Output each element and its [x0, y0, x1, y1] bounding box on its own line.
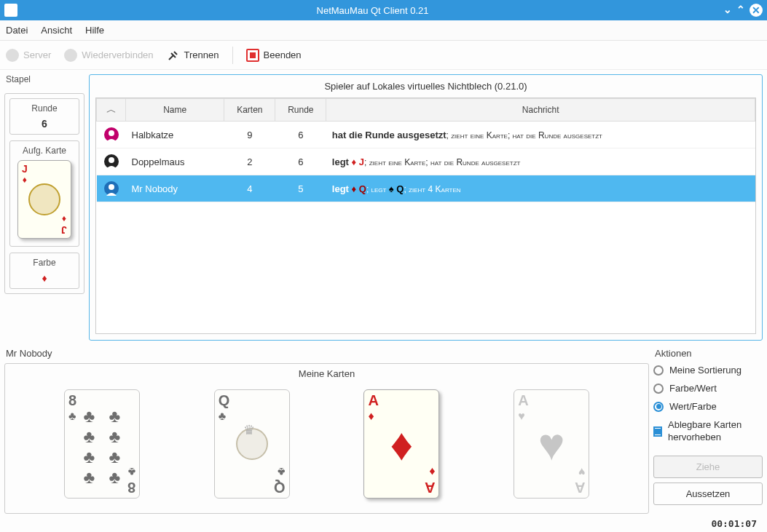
hand-card[interactable]: 8♣ ♣♣♣♣♣♣♣♣ 8♣ — [64, 389, 140, 499]
minimize-icon[interactable]: ⌄ — [723, 4, 732, 17]
reconnect-icon — [64, 49, 77, 62]
player-name-cell: Halbkatze — [126, 122, 224, 148]
menu-view[interactable]: Ansicht — [41, 25, 72, 36]
player-cards-cell: 4 — [224, 175, 275, 202]
menu-file[interactable]: Datei — [6, 25, 28, 36]
avatar-icon — [103, 153, 120, 170]
menubar: Datei Ansicht Hilfe — [0, 20, 767, 41]
maximize-icon[interactable]: ⌃ — [736, 4, 745, 17]
svg-point-3 — [109, 157, 114, 163]
svg-point-1 — [109, 130, 114, 136]
col-cards[interactable]: Karten — [224, 99, 275, 122]
sort-suit-rank-radio[interactable]: Farbe/Wert — [653, 383, 763, 394]
col-name[interactable]: Name — [126, 99, 224, 122]
table-row[interactable]: Doppelmaus 2 6 legt ♦ J; zieht eine Kart… — [97, 148, 755, 175]
table-row[interactable]: Mr Nobody 4 5 legt ♦ Q; legt ♠ Q; zieht … — [97, 175, 755, 202]
skip-button[interactable]: Aussetzen — [653, 483, 763, 505]
window-title: NetMauMau Qt Client 0.21 — [22, 5, 723, 16]
player-round-cell: 5 — [275, 175, 326, 202]
jack-face-icon — [28, 183, 60, 215]
stapel-panel: Runde 6 Aufg. Karte J♦ J♦ Farbe ♦ — [4, 93, 84, 294]
svg-point-5 — [109, 184, 114, 190]
server-button: Server — [6, 49, 51, 62]
draw-button: Ziehe — [653, 456, 763, 478]
server-panel: Spieler auf Lokales virtuelles Nichtblec… — [89, 74, 763, 341]
player-round-cell: 6 — [275, 148, 326, 175]
player-cards-cell: 2 — [224, 148, 275, 175]
toolbar: Server Wiederverbinden Trennen Beenden — [0, 41, 767, 70]
highlight-checkbox[interactable]: Ablegbare Karten hervorheben — [653, 419, 763, 444]
players-table: ︿ Name Karten Runde Nachricht Halbkatze … — [96, 98, 755, 202]
player-name-cell: Mr Nobody — [126, 175, 224, 202]
hand-card[interactable]: Q♣ ♛ Q♣ — [214, 389, 290, 499]
player-message-cell: legt ♦ J; zieht eine Karte; hat die Rund… — [326, 148, 755, 175]
player-message-cell: hat die Runde ausgesetzt; zieht eine Kar… — [326, 122, 755, 148]
sort-mine-radio[interactable]: Meine Sortierung — [653, 365, 763, 376]
sort-indicator[interactable]: ︿ — [97, 99, 126, 122]
status-timer: 00:01:07 — [0, 517, 767, 532]
actions-title: Aktionen — [653, 345, 763, 365]
reconnect-button: Wiederverbinden — [64, 49, 153, 62]
col-round[interactable]: Runde — [275, 99, 326, 122]
separator — [232, 47, 233, 64]
stop-icon — [246, 49, 259, 62]
quit-button[interactable]: Beenden — [246, 49, 302, 62]
titlebar: 🂡 NetMauMau Qt Client 0.21 ⌄ ⌃ ✕ — [0, 0, 767, 20]
my-cards-panel: Meine Karten 8♣ ♣♣♣♣♣♣♣♣ 8♣ Q♣ ♛ Q♣ A♦ ♦… — [4, 363, 649, 514]
round-box: Runde 6 — [9, 98, 79, 135]
player-name-cell: Doppelmaus — [126, 148, 224, 175]
player-round-cell: 6 — [275, 122, 326, 148]
app-icon: 🂡 — [4, 4, 17, 17]
menu-help[interactable]: Hilfe — [85, 25, 104, 36]
col-message[interactable]: Nachricht — [326, 99, 755, 122]
color-box: Farbe ♦ — [9, 253, 79, 289]
player-name: Mr Nobody — [4, 345, 649, 363]
avatar-icon — [103, 180, 120, 197]
hand-card[interactable]: A♦ ♦ A♦ — [363, 389, 439, 499]
player-message-cell: legt ♦ Q; legt ♠ Q; zieht 4 Karten — [326, 175, 755, 202]
server-title: Spieler auf Lokales virtuelles Nichtblec… — [90, 75, 762, 98]
my-cards-title: Meine Karten — [12, 368, 641, 379]
disconnect-icon — [167, 49, 180, 62]
avatar-icon — [103, 126, 120, 143]
hand-card[interactable]: A♥ ♥ A♥ — [514, 389, 589, 499]
stapel-title: Stapel — [4, 74, 84, 84]
close-icon[interactable]: ✕ — [750, 4, 763, 17]
sort-rank-suit-radio[interactable]: Wert/Farbe — [653, 401, 763, 412]
top-card: J♦ J♦ — [17, 160, 71, 239]
player-cards-cell: 9 — [224, 122, 275, 148]
table-row[interactable]: Halbkatze 9 6 hat die Runde ausgesetzt; … — [97, 122, 755, 148]
chevron-up-icon: ︿ — [106, 103, 117, 115]
disconnect-button[interactable]: Trennen — [167, 49, 219, 62]
globe-icon — [6, 49, 19, 62]
topcard-box: Aufg. Karte J♦ J♦ — [9, 140, 79, 247]
